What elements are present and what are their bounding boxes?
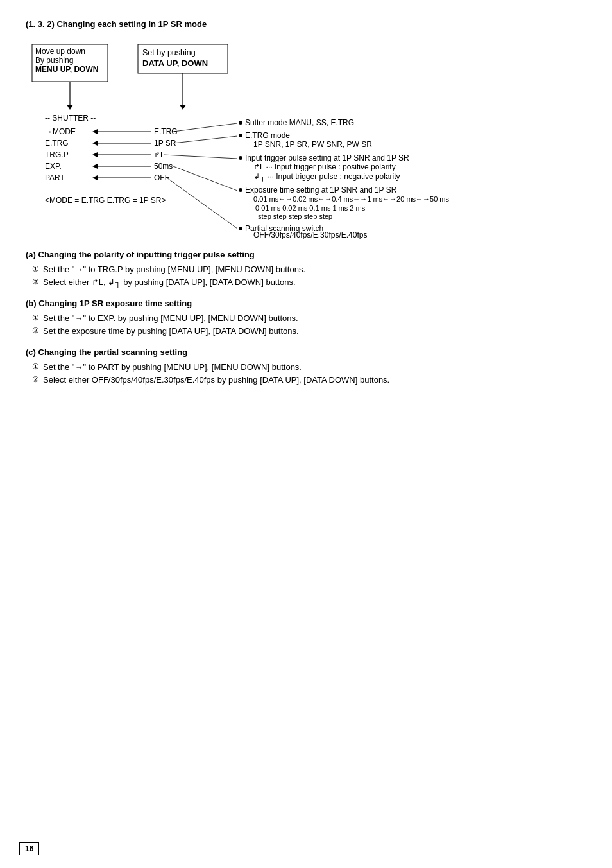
svg-marker-10 [180,105,186,110]
svg-text:Input trigger pulse setting at: Input trigger pulse setting at 1P SNR an… [245,153,409,162]
svg-marker-27 [92,152,98,157]
section-c-heading: (c) Changing the partial scanning settin… [26,347,586,357]
section-a-heading: (a) Changing the polarity of inputting t… [26,250,586,259]
svg-text:PART: PART [45,173,65,182]
svg-text:→MODE: →MODE [45,127,76,136]
svg-text:↱L ··· Input trigger pulse : p: ↱L ··· Input trigger pulse : positive po… [253,162,396,171]
svg-point-50 [239,227,242,230]
step-num: ① [32,265,39,274]
diagram-area: Move up down By pushing MENU UP, DOWN Se… [26,39,586,238]
svg-text:1P SNR, 1P SR, PW SNR, PW SR: 1P SNR, 1P SR, PW SNR, PW SR [253,140,372,149]
step-num: ① [32,313,39,323]
step-text: Select either ↱L, ↲┐ by pushing [DATA UP… [43,277,296,287]
step-num: ② [32,326,39,336]
svg-text:Sutter mode   MANU, SS, E.TRG: Sutter mode MANU, SS, E.TRG [245,118,354,127]
svg-point-44 [239,188,242,192]
svg-text:EXP.: EXP. [45,162,62,171]
svg-text:1P SR: 1P SR [154,139,176,148]
step-c-1: ① Set the "→" to PART by pushing [MENU U… [32,362,586,372]
svg-marker-31 [92,175,98,180]
svg-text:By pushing: By pushing [35,56,73,65]
section-a-steps: ① Set the "→" to TRG.P by pushing [MENU … [32,265,586,287]
page-number: 16 [25,844,33,853]
step-num: ② [32,277,39,287]
step-text: Set the exposure time by pushing [DATA U… [43,326,299,336]
step-a-1: ① Set the "→" to TRG.P by pushing [MENU … [32,265,586,274]
page-number-badge: 16 [19,842,39,855]
svg-text:↲┐ ··· Input trigger pulse : n: ↲┐ ··· Input trigger pulse : negative po… [253,172,400,182]
section-b: (b) Changing 1P SR exposure time setting… [26,299,586,336]
svg-text:Move up down: Move up down [35,47,85,56]
page-section-title: (1. 3. 2) Changing each setting in 1P SR… [26,19,586,29]
svg-text:DATA UP, DOWN: DATA UP, DOWN [142,58,208,68]
step-text: Set the "→" to EXP. by pushing [MENU UP]… [43,313,298,323]
step-b-2: ② Set the exposure time by pushing [DATA… [32,326,586,336]
svg-text:Set by pushing: Set by pushing [142,48,196,57]
svg-text:TRG.P: TRG.P [45,150,69,159]
svg-text:step         step          ste: step step step step step [258,213,332,220]
svg-text:E.TRG mode: E.TRG mode [245,131,290,140]
svg-line-34 [173,123,237,132]
step-text: Select either OFF/30fps/40fps/E.30fps/E.… [43,375,389,385]
section-b-heading: (b) Changing 1P SR exposure time setting [26,299,586,308]
section-c: (c) Changing the partial scanning settin… [26,347,586,385]
svg-text:↱L: ↱L [154,150,165,159]
svg-marker-23 [92,129,98,134]
step-b-1: ① Set the "→" to EXP. by pushing [MENU U… [32,313,586,323]
svg-line-49 [173,166,237,191]
svg-marker-25 [92,141,98,146]
svg-line-38 [173,136,237,143]
section-a: (a) Changing the polarity of inputting t… [26,250,586,287]
svg-point-35 [239,134,242,137]
svg-text:0.01 ms    0.02 ms     0.1 ms : 0.01 ms 0.02 ms 0.1 ms 1 ms 2 ms [255,204,366,212]
section-heading-title: (1. 3. 2) Changing each setting in 1P SR… [26,19,586,29]
svg-point-32 [239,121,242,125]
svg-marker-29 [92,164,98,169]
step-text: Set the "→" to PART by pushing [MENU UP]… [43,362,302,372]
section-b-steps: ① Set the "→" to EXP. by pushing [MENU U… [32,313,586,336]
svg-text:50ms: 50ms [154,162,173,171]
diagram-svg: Move up down By pushing MENU UP, DOWN Se… [26,39,603,238]
svg-text:MENU UP, DOWN: MENU UP, DOWN [35,65,98,74]
partial-sub: OFF/30fps/40fps/E.30fps/E.40fps [253,230,367,239]
svg-text:-- SHUTTER --: -- SHUTTER -- [45,114,96,123]
step-num: ② [32,375,39,385]
svg-text:0.01 ms←→0.02 ms←→0.4 ms←→1 ms: 0.01 ms←→0.02 ms←→0.4 ms←→1 ms←→20 ms←→5… [253,195,450,203]
svg-text:Exposure time setting  at 1P S: Exposure time setting at 1P SNR and 1P S… [245,186,397,195]
svg-line-43 [164,155,237,159]
svg-text:<MODE = E.TRG   E.TRG = 1P SR>: <MODE = E.TRG E.TRG = 1P SR> [45,196,166,205]
section-c-steps: ① Set the "→" to PART by pushing [MENU U… [32,362,586,385]
step-a-2: ② Select either ↱L, ↲┐ by pushing [DATA … [32,277,586,287]
step-c-2: ② Select either OFF/30fps/40fps/E.30fps/… [32,375,586,385]
svg-line-52 [167,178,237,229]
step-num: ① [32,362,39,372]
svg-point-39 [239,156,242,160]
svg-marker-8 [67,105,73,110]
step-text: Set the "→" to TRG.P by pushing [MENU UP… [43,265,305,274]
svg-text:E.TRG: E.TRG [45,139,69,148]
